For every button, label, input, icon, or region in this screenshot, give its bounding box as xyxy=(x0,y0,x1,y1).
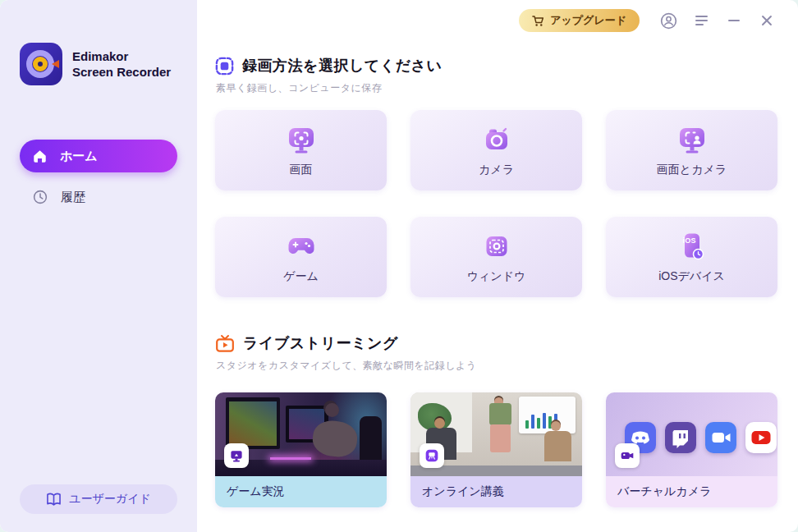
minimize-button[interactable] xyxy=(723,10,745,31)
close-icon xyxy=(761,15,773,26)
sidebar-item-label: 履歴 xyxy=(61,190,85,205)
titlebar: アップグレード xyxy=(215,8,777,33)
home-icon xyxy=(33,149,47,163)
mode-card-ios[interactable]: iOS iOSデバイス xyxy=(606,217,777,297)
app-name: Edimakor Screen Recorder xyxy=(72,48,171,80)
badge xyxy=(224,443,249,468)
app-window: Edimakor Screen Recorder ホーム 履歴 xyxy=(0,0,798,532)
section-title: ライブストリーミング xyxy=(243,333,398,353)
mode-card-game[interactable]: ゲーム xyxy=(215,217,387,297)
ios-device-icon: iOS xyxy=(676,230,709,263)
streaming-card-label: バーチャルカメラ xyxy=(606,476,777,507)
clock-icon xyxy=(33,190,48,204)
streaming-card-virtual[interactable]: バーチャルカメラ xyxy=(606,392,777,507)
sidebar-item-label: ホーム xyxy=(60,149,98,164)
badge xyxy=(615,443,640,468)
upgrade-label: アップグレード xyxy=(550,13,626,28)
mode-label: 画面とカメラ xyxy=(657,163,727,177)
user-guide-label: ユーザーガイド xyxy=(69,492,151,507)
main-content: アップグレード xyxy=(197,0,798,532)
mode-card-camera[interactable]: カメラ xyxy=(410,110,582,190)
mode-label: カメラ xyxy=(479,163,514,177)
section-header: 録画方法を選択してください xyxy=(215,56,777,76)
youtube-icon xyxy=(745,422,777,453)
badge xyxy=(420,443,444,468)
streaming-card-label: ゲーム実況 xyxy=(215,476,387,507)
section-title: 録画方法を選択してください xyxy=(242,56,442,76)
app-icons-row xyxy=(625,422,777,453)
cart-icon xyxy=(532,15,544,27)
streaming-grid: ゲーム実況 xyxy=(215,392,777,507)
gamepad-icon xyxy=(285,230,318,263)
sidebar-item-home[interactable]: ホーム xyxy=(20,140,177,172)
app-name-line2: Screen Recorder xyxy=(72,64,171,80)
screen-camera-icon xyxy=(676,123,709,156)
sidebar: Edimakor Screen Recorder ホーム 履歴 xyxy=(0,0,197,532)
section-subtitle: スタジオをカスタマイズして、素敵な瞬間を記録しよう xyxy=(216,359,777,373)
close-button[interactable] xyxy=(756,10,777,31)
record-mode-grid: 画面 カメラ xyxy=(215,110,777,297)
app-name-line1: Edimakor xyxy=(72,48,171,64)
streaming-card-game[interactable]: ゲーム実況 xyxy=(215,392,387,507)
brand: Edimakor Screen Recorder xyxy=(20,43,197,85)
screen-icon xyxy=(285,123,318,156)
menu-icon xyxy=(695,16,708,25)
monitor-icon xyxy=(227,447,245,465)
camcorder-icon xyxy=(618,447,636,465)
mode-label: 画面 xyxy=(290,163,313,177)
mode-label: iOSデバイス xyxy=(658,269,725,284)
twitch-icon xyxy=(665,422,696,453)
upgrade-button[interactable]: アップグレード xyxy=(519,9,640,32)
ios-icon-text: iOS xyxy=(683,236,696,245)
minimize-icon xyxy=(728,20,740,21)
app-logo-icon xyxy=(20,43,62,85)
tv-icon xyxy=(215,334,235,353)
screen-capture-icon xyxy=(215,57,234,76)
mode-card-window[interactable]: ウィンドウ xyxy=(410,217,582,297)
streaming-card-label: オンライン講義 xyxy=(410,476,582,507)
live-streaming-section: ライブストリーミング スタジオをカスタマイズして、素敵な瞬間を記録しよう xyxy=(215,333,777,507)
virtual-camera-image xyxy=(606,392,777,476)
online-lecture-image xyxy=(410,392,582,476)
mode-card-screen-camera[interactable]: 画面とカメラ xyxy=(606,110,777,190)
account-icon xyxy=(660,12,677,30)
account-button[interactable] xyxy=(658,10,679,31)
sidebar-nav: ホーム 履歴 xyxy=(0,140,197,213)
streaming-card-lecture[interactable]: オンライン講義 xyxy=(410,392,582,507)
menu-button[interactable] xyxy=(690,10,712,31)
zoom-icon xyxy=(705,422,736,453)
game-streaming-image xyxy=(215,392,387,476)
mode-label: ゲーム xyxy=(283,269,319,284)
camera-icon xyxy=(480,123,513,156)
mode-card-screen[interactable]: 画面 xyxy=(215,110,387,190)
section-header: ライブストリーミング xyxy=(215,333,777,353)
section-subtitle: 素早く録画し、コンピュータに保存 xyxy=(216,81,777,95)
mode-label: ウィンドウ xyxy=(467,269,526,284)
book-icon xyxy=(46,493,62,507)
window-icon xyxy=(480,230,513,263)
presentation-icon xyxy=(423,447,441,465)
user-guide-button[interactable]: ユーザーガイド xyxy=(20,484,177,514)
record-methods-section: 録画方法を選択してください 素早く録画し、コンピュータに保存 画面 xyxy=(215,56,777,297)
sidebar-item-history[interactable]: 履歴 xyxy=(20,181,177,213)
